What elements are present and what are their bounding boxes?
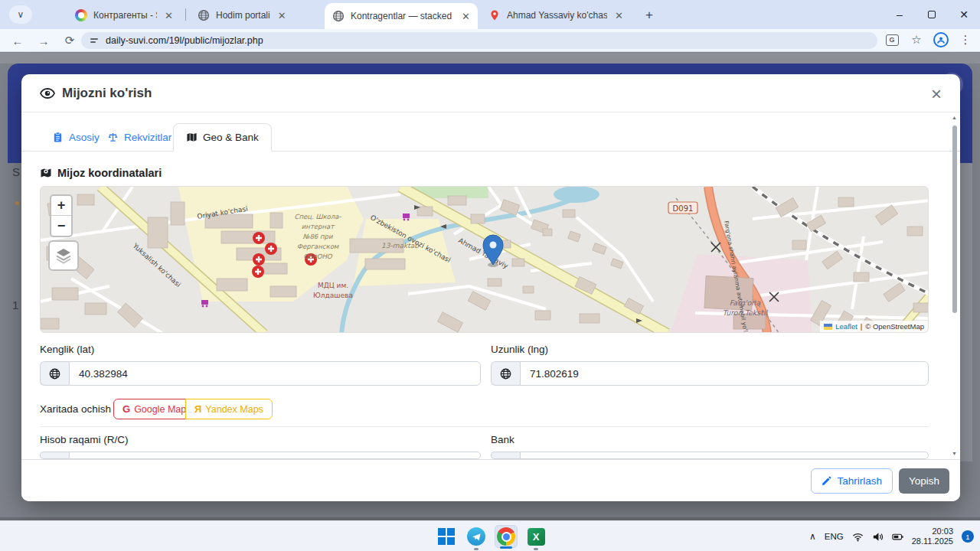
bookmark-star-icon[interactable]: ☆ bbox=[908, 31, 925, 48]
tab-title: Ahmad Yassaviy ko'chasi, 44 — bbox=[507, 10, 607, 21]
address-bar[interactable]: daily-suvi.com/19l/public/mijozlar.php bbox=[81, 32, 877, 49]
google-g-icon: G bbox=[122, 403, 130, 415]
translate-icon[interactable]: G bbox=[884, 31, 900, 48]
account-input[interactable] bbox=[69, 452, 481, 459]
scroll-down-icon[interactable]: ▼ bbox=[951, 451, 958, 456]
browser-tab-2[interactable]: Hodim portali ✕ bbox=[190, 3, 318, 28]
layers-icon bbox=[54, 246, 73, 265]
leaflet-link[interactable]: Leaflet bbox=[835, 322, 858, 331]
svg-text:интернат: интернат bbox=[302, 223, 335, 230]
browser-tabstrip: ∨ Контрагенты - Smartup ✕ Hodim portali … bbox=[0, 0, 980, 29]
dimmed-text: 1 bbox=[12, 298, 18, 311]
svg-text:D091: D091 bbox=[673, 204, 694, 213]
map-icon bbox=[186, 132, 198, 143]
tab-search-button[interactable]: ∨ bbox=[9, 5, 32, 24]
modal-scrollbar[interactable]: ▲ ▼ bbox=[951, 115, 958, 456]
open-map-label: Xaritada ochish bbox=[40, 403, 111, 415]
language-indicator[interactable]: ENG bbox=[825, 532, 844, 541]
ukraine-flag-icon bbox=[824, 324, 832, 330]
chrome-taskbar-icon[interactable] bbox=[495, 525, 518, 548]
tab-rekvizitlar[interactable]: Rekvizitlar bbox=[95, 123, 184, 152]
svg-text:Farg'ona: Farg'ona bbox=[730, 298, 761, 307]
window-minimize-button[interactable]: – bbox=[884, 0, 916, 29]
forward-button[interactable]: → bbox=[35, 32, 52, 49]
svg-text:МДЦ им.: МДЦ им. bbox=[318, 282, 348, 289]
window-controls: – ✕ bbox=[884, 0, 980, 29]
windows-taskbar: X ∧ ENG 20:03 28.11.2025 1 bbox=[0, 520, 980, 551]
zoom-in-button[interactable]: + bbox=[51, 196, 71, 216]
new-tab-button[interactable]: + bbox=[640, 6, 658, 24]
browser-tab-1[interactable]: Контрагенты - Smartup ✕ bbox=[67, 3, 181, 28]
tab-geo-bank[interactable]: Geo & Bank bbox=[173, 123, 272, 152]
tray-chevron-icon[interactable]: ∧ bbox=[809, 531, 816, 542]
start-button[interactable] bbox=[435, 525, 458, 548]
svg-text:Спец. Школа-: Спец. Школа- bbox=[294, 213, 341, 220]
battery-icon[interactable] bbox=[892, 531, 903, 543]
chrome-icon bbox=[497, 527, 515, 546]
browser-toolbar: ← → ⟳ daily-suvi.com/19l/public/mijozlar… bbox=[0, 29, 980, 52]
maximize-icon bbox=[928, 11, 936, 18]
scroll-up-icon[interactable]: ▲ bbox=[951, 115, 958, 120]
bank-input-group bbox=[491, 452, 929, 459]
dimmed-text: S bbox=[12, 165, 20, 178]
tab-title: Контрагенты - Smartup bbox=[93, 10, 157, 21]
tray-clock[interactable]: 20:03 28.11.2025 bbox=[912, 527, 953, 546]
map-pin-favicon-icon bbox=[488, 9, 501, 21]
tab-close-icon[interactable]: ✕ bbox=[278, 10, 286, 21]
zoom-out-button[interactable]: − bbox=[51, 216, 71, 236]
lng-input-group: 71.802619 bbox=[491, 361, 929, 386]
profile-avatar-icon[interactable] bbox=[933, 31, 949, 48]
tab-close-icon[interactable]: ✕ bbox=[165, 10, 173, 21]
close-modal-button[interactable]: Yopish bbox=[899, 468, 949, 494]
svg-text:Ферганском: Ферганском bbox=[297, 243, 339, 250]
map-marker-icon bbox=[40, 167, 52, 179]
excel-icon: X bbox=[528, 528, 545, 546]
browser-menu-icon[interactable]: ⋮ bbox=[957, 31, 974, 48]
lng-input[interactable]: 71.802619 bbox=[520, 361, 929, 386]
scrollbar-thumb[interactable] bbox=[952, 126, 957, 313]
road-shield: D091 bbox=[668, 202, 697, 214]
globe-favicon-icon bbox=[332, 10, 345, 22]
back-button[interactable]: ← bbox=[9, 32, 26, 49]
osm-link[interactable]: © OpenStreetMap bbox=[865, 322, 924, 331]
notification-badge[interactable]: 1 bbox=[962, 530, 974, 543]
place-label: 13-maktab bbox=[381, 242, 420, 249]
window-close-button[interactable]: ✕ bbox=[948, 0, 980, 29]
map-layers-control[interactable] bbox=[48, 240, 79, 271]
yandex-maps-button[interactable]: Я Yandex Maps bbox=[185, 399, 273, 419]
bank-input[interactable] bbox=[520, 452, 929, 459]
dimmed-dot bbox=[15, 201, 19, 205]
map-tiles: D091 Oriyat ko'chasi Yuksalish ko'chasi … bbox=[41, 187, 929, 333]
view-client-modal: Mijozni ko'rish × Asosiy Rekvizitlar Geo… bbox=[21, 74, 960, 501]
eye-icon bbox=[40, 86, 55, 101]
modal-footer: Tahrirlash Yopish bbox=[21, 459, 960, 501]
modal-header: Mijozni ko'rish × bbox=[21, 74, 960, 112]
wifi-icon[interactable] bbox=[852, 531, 864, 543]
lat-input-group: 40.382984 bbox=[40, 361, 481, 386]
telegram-taskbar-icon[interactable] bbox=[465, 525, 488, 548]
volume-icon[interactable] bbox=[872, 531, 884, 543]
account-label: Hisob raqami (R/C) bbox=[40, 434, 129, 445]
site-info-icon[interactable] bbox=[90, 38, 98, 42]
dimmed-page-top bbox=[0, 53, 980, 64]
window-maximize-button[interactable] bbox=[916, 0, 948, 29]
section-title-coordinates: Mijoz koordinatalari bbox=[40, 167, 162, 179]
reload-button[interactable]: ⟳ bbox=[61, 32, 78, 49]
tab-title: Kontragentlar — stacked moda bbox=[351, 11, 454, 21]
smartup-favicon-icon bbox=[75, 9, 87, 21]
edit-button[interactable]: Tahrirlash bbox=[811, 468, 893, 494]
tab-close-icon[interactable]: ✕ bbox=[462, 11, 470, 22]
leaflet-map[interactable]: D091 Oriyat ko'chasi Yuksalish ko'chasi … bbox=[40, 186, 929, 333]
svg-text:Turon Tekstil: Turon Tekstil bbox=[723, 308, 769, 317]
tab-close-icon[interactable]: ✕ bbox=[615, 10, 623, 21]
map-zoom-control: + − bbox=[50, 194, 73, 237]
tab-title: Hodim portali bbox=[216, 10, 270, 21]
lat-input[interactable]: 40.382984 bbox=[69, 361, 481, 386]
dimmed-right-panel bbox=[960, 163, 972, 461]
tray-date: 28.11.2025 bbox=[912, 536, 953, 546]
browser-tab-active[interactable]: Kontragentlar — stacked moda ✕ bbox=[325, 3, 478, 29]
modal-close-button[interactable]: × bbox=[925, 83, 948, 106]
browser-tab-4[interactable]: Ahmad Yassaviy ko'chasi, 44 — ✕ bbox=[481, 3, 631, 28]
bank-label: Bank bbox=[491, 434, 514, 445]
excel-taskbar-icon[interactable]: X bbox=[524, 525, 547, 548]
